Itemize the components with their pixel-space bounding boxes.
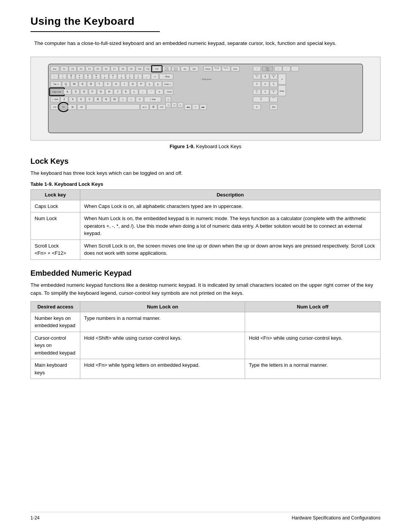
- svg-text:▷: ▷: [180, 104, 182, 106]
- svg-text:U: U: [115, 83, 117, 85]
- lock-key-cell: Num Lock: [31, 212, 80, 240]
- svg-text:Esc: Esc: [53, 68, 57, 70]
- svg-text:▽: ▽: [174, 104, 175, 106]
- svg-text:G: G: [100, 90, 102, 93]
- svg-text:← Backspace: ← Backspace: [200, 78, 212, 80]
- svg-text:F9: F9: [130, 68, 132, 70]
- col-description: Description: [80, 189, 381, 200]
- embedded-table-header-row: Desired access Num Lock on Num Lock off: [31, 301, 381, 312]
- svg-text:>.: >.: [130, 98, 132, 101]
- svg-text:Fn: Fn: [62, 106, 65, 108]
- svg-text:◀◀: ◀◀: [186, 106, 190, 108]
- svg-text:;:: ;:: [142, 91, 143, 93]
- table-row: Scroll Lock <Fn> + <F12>When Scroll Lock…: [31, 240, 381, 259]
- svg-text:Pg Up: Pg Up: [271, 74, 276, 76]
- svg-text:← Bksp: ← Bksp: [163, 75, 170, 78]
- svg-text:L: L: [134, 90, 135, 93]
- svg-text:Del: Del: [272, 106, 275, 108]
- svg-text:N: N: [105, 98, 107, 101]
- svg-text:Del: Del: [193, 68, 196, 70]
- svg-text:Alt Gr: Alt Gr: [143, 106, 147, 108]
- svg-text:F4: F4: [88, 68, 91, 70]
- lock-keys-heading: Lock Keys: [30, 157, 381, 166]
- svg-text:F7: F7: [113, 68, 116, 70]
- svg-text:1: 1: [62, 77, 64, 79]
- svg-text:E: E: [82, 83, 84, 85]
- description-cell: When Scroll Lock is on, the screen moves…: [80, 240, 381, 259]
- svg-text:~`: ~`: [53, 75, 56, 78]
- svg-text:F3: F3: [80, 68, 82, 70]
- svg-text:Ctrl: Ctrl: [53, 106, 56, 108]
- description-cell: When Num Lock is on, the embedded keypad…: [80, 212, 381, 240]
- svg-text:O: O: [132, 83, 134, 85]
- table-row: Cursor-control keys on embedded keypadHo…: [31, 332, 381, 359]
- svg-text:B: B: [97, 98, 99, 101]
- svg-text:K: K: [125, 90, 127, 93]
- keyboard-figure: Esc F1 F2 F3 F4 F5 F6 F7 F8 F9 F10 F11 F…: [30, 57, 381, 141]
- svg-text:◁: ◁: [167, 104, 169, 106]
- figure-caption: Figure 1-9. Keyboard Lock Keys: [30, 144, 381, 149]
- embedded-keypad-table: Desired access Num Lock on Num Lock off …: [30, 301, 381, 379]
- col-desired-access: Desired access: [31, 301, 80, 312]
- svg-text:▽: ▽: [195, 106, 196, 108]
- svg-text:M: M: [113, 98, 116, 101]
- svg-text:2: 2: [71, 77, 72, 79]
- lock-key-cell: Scroll Lock <Fn> + <F12>: [31, 240, 80, 259]
- svg-text:C: C: [80, 98, 82, 101]
- page-footer: 1-24 Hardware Specifications and Configu…: [30, 512, 381, 521]
- svg-text:Q: Q: [65, 83, 67, 86]
- svg-text:F10: F10: [138, 68, 142, 70]
- table-row: Caps LockWhen Caps Lock is on, all alpha…: [31, 200, 381, 212]
- svg-text:Caps Lock: Caps Lock: [52, 91, 61, 93]
- svg-text:\|: \|: [159, 91, 160, 93]
- svg-text:5: 5: [96, 77, 97, 79]
- svg-text:*: *: [256, 68, 257, 70]
- svg-text:Pg On: Pg On: [224, 67, 228, 69]
- num-lock-on-cell: Hold <Shift> while using cursor-control …: [80, 332, 245, 359]
- svg-text:F: F: [92, 90, 93, 93]
- svg-text:Pg Up: Pg Up: [215, 67, 219, 69]
- keyboard-image: Esc F1 F2 F3 F4 F5 F6 F7 F8 F9 F10 F11 F…: [48, 63, 363, 134]
- num-lock-off-cell: Hold <Fn> while using cursor-control key…: [245, 332, 381, 359]
- svg-text:☰: ☰: [152, 105, 155, 108]
- embedded-keypad-description: The embedded numeric keypad functions li…: [30, 281, 381, 297]
- svg-text:X: X: [72, 98, 74, 101]
- svg-text:Home: Home: [255, 74, 259, 76]
- svg-text:?/: ?/: [139, 98, 140, 101]
- table-header-row: Lock key Description: [31, 189, 381, 200]
- svg-text:F12: F12: [155, 68, 159, 70]
- section-title: Hardware Specifications and Configuratio…: [292, 515, 381, 521]
- table-row: Number keys on embedded keypadType numbe…: [31, 312, 381, 332]
- svg-text:8: 8: [121, 77, 122, 79]
- lock-keys-description: The keyboard has three lock keys which c…: [30, 169, 381, 177]
- svg-text:Ins: Ins: [184, 68, 186, 70]
- svg-text:P: P: [140, 83, 142, 85]
- svg-text:3: 3: [79, 77, 80, 79]
- svg-text:F8: F8: [122, 68, 124, 70]
- svg-text:Tab ⇥: Tab ⇥: [53, 83, 58, 85]
- num-lock-off-cell: [245, 312, 381, 332]
- svg-text:*: *: [286, 68, 287, 70]
- svg-text:Home: Home: [205, 68, 210, 70]
- svg-text:F11: F11: [147, 68, 150, 70]
- figure-caption-bold: Figure 1-9.: [170, 144, 195, 149]
- svg-text:4: 4: [88, 77, 89, 79]
- lock-key-cell: Caps Lock: [31, 200, 80, 212]
- svg-text:Y: Y: [107, 83, 109, 85]
- table-label-text: Keyboard Lock Keys: [53, 181, 103, 187]
- svg-text:SysRq: SysRq: [164, 69, 169, 71]
- svg-text:H: H: [108, 90, 110, 93]
- svg-text:W: W: [73, 83, 76, 85]
- desired-access-cell: Main keyboard keys: [31, 359, 80, 379]
- num-lock-on-cell: Type numbers in a normal manner.: [80, 312, 245, 332]
- svg-rect-224: [86, 104, 140, 110]
- svg-text:Lock: Lock: [266, 69, 269, 71]
- svg-text:<,: <,: [122, 98, 124, 101]
- description-cell: When Caps Lock is on, all alphabetic cha…: [80, 200, 381, 212]
- col-num-lock-off: Num Lock off: [245, 301, 381, 312]
- svg-text:[{: [{: [149, 83, 150, 85]
- embedded-keypad-heading: Embedded Numeric Keypad: [30, 269, 381, 278]
- svg-text:R: R: [90, 83, 92, 85]
- table-row: Num LockWhen Num Lock is on, the embedde…: [31, 212, 381, 240]
- svg-text:Enter ↵: Enter ↵: [164, 83, 171, 85]
